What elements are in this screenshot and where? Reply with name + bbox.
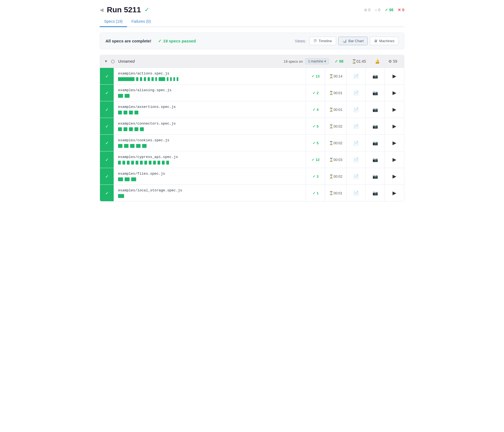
- spec-left: examples/local_storage.spec.js: [114, 186, 306, 201]
- spec-camera-icon[interactable]: 📷: [366, 68, 385, 84]
- group-duration-value: ⌛01:45: [352, 59, 366, 64]
- passed-count: 5: [317, 141, 319, 145]
- duration-value: ⌛00:01: [329, 91, 342, 95]
- banned-value: 0: [368, 8, 371, 12]
- spec-doc-icon[interactable]: 📄: [346, 151, 366, 168]
- specs-list: ✓examples/actions.spec.js✓ 13⌛00:14📄📷▶✓e…: [100, 68, 404, 201]
- bar-segment: [136, 144, 141, 148]
- machine-badge[interactable]: 1 machine ▾: [305, 58, 329, 64]
- spec-passed: ✓ 13: [306, 68, 325, 84]
- spec-name[interactable]: examples/actions.spec.js: [118, 71, 301, 76]
- spec-status-cell: ✓: [100, 185, 114, 201]
- spec-passed: ✓ 3: [306, 168, 325, 185]
- bar-segment: [166, 161, 169, 165]
- bar-segment: [118, 94, 123, 98]
- spec-row-inner: examples/actions.spec.js✓ 13⌛00:14📄📷▶: [114, 68, 404, 84]
- spec-status-cell: ✓: [100, 101, 114, 118]
- group-duration: ⌛01:45: [349, 59, 368, 64]
- spec-play-button[interactable]: ▶: [385, 101, 404, 118]
- spec-doc-icon[interactable]: 📄: [346, 118, 366, 134]
- table-row: ✓examples/actions.spec.js✓ 13⌛00:14📄📷▶: [100, 68, 404, 85]
- passed-check-icon: ✓: [311, 74, 314, 78]
- view-machines-button[interactable]: 🖥 Machines: [370, 37, 399, 45]
- spec-doc-icon[interactable]: 📄: [346, 85, 366, 101]
- spec-name[interactable]: examples/aliasing.spec.js: [118, 88, 301, 92]
- spec-play-button[interactable]: ▶: [385, 68, 404, 84]
- specs-passed: ✓ 19 specs passed: [158, 39, 196, 44]
- spec-camera-icon[interactable]: 📷: [366, 101, 385, 118]
- spec-play-button[interactable]: ▶: [385, 85, 404, 101]
- bar-segment: [118, 194, 124, 198]
- bar-segment: [167, 77, 168, 81]
- bar-segment: [140, 127, 144, 131]
- passed-count: 5: [317, 124, 319, 128]
- spec-play-button[interactable]: ▶: [385, 185, 404, 201]
- spec-row-inner: examples/cookies.spec.js✓ 5⌛00:02📄📷▶: [114, 135, 404, 151]
- spec-passed: ✓ 2: [306, 85, 325, 101]
- tab-failures[interactable]: Failures (0): [127, 16, 155, 27]
- passed-check-icon: ✓: [313, 191, 316, 195]
- spec-play-button[interactable]: ▶: [385, 151, 404, 168]
- view-timeline-button[interactable]: ⏱ Timeline: [309, 37, 336, 45]
- spec-name[interactable]: examples/cookies.spec.js: [118, 138, 301, 142]
- spec-status-cell: ✓: [100, 135, 114, 151]
- spec-name[interactable]: examples/local_storage.spec.js: [118, 188, 301, 192]
- bar-segment: [136, 77, 138, 81]
- spec-play-button[interactable]: ▶: [385, 168, 404, 185]
- back-button[interactable]: ◀: [100, 7, 104, 13]
- spec-camera-icon[interactable]: 📷: [366, 185, 385, 201]
- spec-doc-icon[interactable]: 📄: [346, 135, 366, 151]
- duration-value: ⌛00:03: [329, 158, 342, 162]
- spec-bar: [118, 94, 301, 98]
- spec-doc-icon[interactable]: 📄: [346, 101, 366, 118]
- machines-icon: 🖥: [374, 39, 377, 43]
- specs-passed-text: 19 specs passed: [163, 39, 196, 43]
- bar-segment: [134, 111, 138, 114]
- spec-name[interactable]: examples/assertions.spec.js: [118, 105, 301, 109]
- spec-row-inner: examples/cypress_api.spec.js✓ 12⌛00:03📄📷…: [114, 151, 404, 168]
- spec-doc-icon[interactable]: 📄: [346, 68, 366, 84]
- view-barchart-button[interactable]: 📊 Bar Chart: [338, 37, 368, 45]
- spec-row-inner: examples/connectors.spec.js✓ 5⌛00:02📄📷▶: [114, 118, 404, 134]
- spec-status-cell: ✓: [100, 85, 114, 101]
- table-row: ✓examples/cookies.spec.js✓ 5⌛00:02📄📷▶: [100, 135, 404, 151]
- bar-segment: [134, 127, 138, 131]
- spec-bar: [118, 194, 301, 198]
- spec-duration: ⌛00:01: [325, 85, 346, 101]
- spec-play-button[interactable]: ▶: [385, 135, 404, 151]
- spec-camera-icon[interactable]: 📷: [366, 118, 385, 134]
- group-header: ▼ ⬡ Unnamed 19 specs on 1 machine ▾ ✓ 98…: [100, 55, 404, 68]
- document-icon: 📄: [353, 191, 359, 196]
- document-icon: 📄: [353, 140, 359, 146]
- bar-segment: [162, 161, 165, 165]
- tab-specs[interactable]: Specs (19): [100, 16, 127, 27]
- spec-bar: [118, 127, 301, 131]
- group-name: Unnamed: [118, 59, 280, 64]
- spec-play-button[interactable]: ▶: [385, 118, 404, 134]
- play-icon: ▶: [393, 106, 396, 113]
- spec-camera-icon[interactable]: 📷: [366, 85, 385, 101]
- document-icon: 📄: [353, 90, 359, 96]
- spec-name[interactable]: examples/connectors.spec.js: [118, 122, 301, 126]
- spec-row-inner: examples/local_storage.spec.js✓ 1⌛00:01📄…: [114, 185, 404, 201]
- status-left: All specs are complete! ✓ 19 specs passe…: [105, 39, 196, 44]
- pending-icon: ○: [375, 8, 377, 12]
- spec-doc-icon[interactable]: 📄: [346, 185, 366, 201]
- spec-camera-icon[interactable]: 📷: [366, 135, 385, 151]
- spec-camera-icon[interactable]: 📷: [366, 168, 385, 185]
- spec-camera-icon[interactable]: 📷: [366, 151, 385, 168]
- specs-passed-icon: ✓: [158, 39, 162, 44]
- spec-name[interactable]: examples/files.spec.js: [118, 172, 301, 176]
- duration-value: ⌛00:02: [329, 174, 342, 178]
- spec-right: ✓ 5⌛00:02📄📷▶: [306, 135, 404, 151]
- spec-doc-icon[interactable]: 📄: [346, 168, 366, 185]
- status-right: Views: ⏱ Timeline 📊 Bar Chart 🖥 Machines: [295, 37, 399, 45]
- spec-right: ✓ 13⌛00:14📄📷▶: [306, 68, 404, 84]
- group-passed-value: 98: [339, 59, 343, 64]
- play-icon: ▶: [393, 90, 396, 96]
- spec-name[interactable]: examples/cypress_api.spec.js: [118, 155, 301, 159]
- collapse-button[interactable]: ▼: [104, 59, 108, 63]
- group-specs-info: 19 specs on 1 machine ▾: [284, 58, 329, 64]
- bar-segment: [151, 77, 154, 81]
- duration-value: ⌛00:14: [329, 74, 342, 78]
